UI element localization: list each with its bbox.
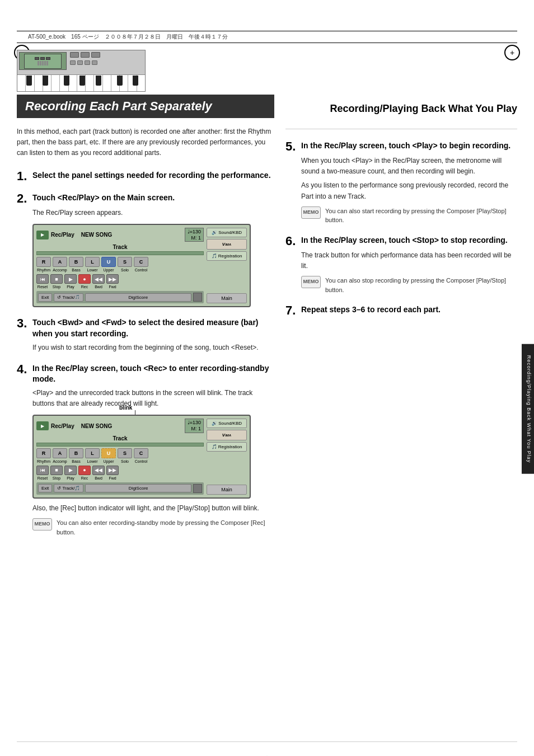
page: AT-500_e.book 165 ページ ２００８年７月２８日 月曜日 午後４… <box>0 31 534 756</box>
step-3-body: If you wish to start recording from the … <box>32 342 274 353</box>
right-column: Recording/Playing Back What You Play 5. … <box>285 95 517 547</box>
side-tab: Recording/Playing Back What You Play <box>522 344 534 474</box>
memo-2-icon: MEMO <box>301 276 321 288</box>
step-1-number: 1. <box>17 170 28 182</box>
step-2-header: 2. Touch <Rec/Play> on the Main screen. <box>17 192 274 205</box>
step-5-header: 5. In the Rec/Play screen, touch <Play> … <box>285 140 517 153</box>
step-2-title: Touch <Rec/Play> on the Main screen. <box>32 192 175 204</box>
screen2-song-name: NEW SONG <box>81 423 113 429</box>
step-2-body: The Rec/Play screen appears. <box>32 208 274 218</box>
memo-2-text: You can also stop recording by pressing … <box>325 276 517 294</box>
step-6-number: 6. <box>285 235 297 247</box>
step-7-title: Repeat steps 3–6 to record each part. <box>301 304 441 316</box>
step-1: 1. Select the panel settings needed for … <box>17 170 274 182</box>
screen2-rec-label: Rec/Play <box>51 423 74 429</box>
memo-1: MEMO You can also start recording by pre… <box>301 206 517 225</box>
step-3-title: Touch <Bwd> and <Fwd> to select the desi… <box>32 317 274 339</box>
memo-2: MEMO You can also stop recording by pres… <box>301 276 517 294</box>
step-6-header: 6. In the Rec/Play screen, touch <Stop> … <box>285 235 517 247</box>
step-4-title: In the Rec/Play screen, touch <Rec> to e… <box>32 363 274 385</box>
header-text: AT-500_e.book 165 ページ ２００８年７月２８日 月曜日 午後４… <box>28 34 228 40</box>
intro-text: In this method, each part (track button)… <box>17 126 274 159</box>
memo-3-text: You can also enter recording-standby mod… <box>57 518 274 537</box>
step-3-number: 3. <box>17 317 28 330</box>
screen-mockup-2-wrapper: blink ▶ Rec/Pl <box>32 415 274 499</box>
step-7-number: 7. <box>285 304 297 317</box>
screen1-song-name: NEW SONG <box>81 232 113 238</box>
memo-1-icon: MEMO <box>301 206 321 219</box>
page-title: Recording/Playing Back What You Play <box>285 95 517 129</box>
header-bar: AT-500_e.book 165 ページ ２００８年７月２８日 月曜日 午後４… <box>17 31 517 43</box>
step-4-body2: Also, the [Rec] button indicator will li… <box>32 503 274 514</box>
step-6: 6. In the Rec/Play screen, touch <Stop> … <box>285 235 517 294</box>
step-4-number: 4. <box>17 363 28 375</box>
memo-3-icon: MEMO <box>32 518 52 530</box>
blink-annotation: blink <box>119 405 132 411</box>
step-6-body: The track button for which performance d… <box>301 250 517 271</box>
step-4: 4. In the Rec/Play screen, touch <Rec> t… <box>17 363 274 537</box>
content-area: Recording Each Part Separately In this m… <box>0 95 534 547</box>
step-3: 3. Touch <Bwd> and <Fwd> to select the d… <box>17 317 274 353</box>
step-2-number: 2. <box>17 192 28 205</box>
step-5-title: In the Rec/Play screen, touch <Play> to … <box>301 140 510 152</box>
section-title: Recording Each Part Separately <box>17 95 274 118</box>
step-1-title: Select the panel settings needed for rec… <box>32 170 271 181</box>
step-7: 7. Repeat steps 3–6 to record each part. <box>285 304 517 317</box>
step-3-header: 3. Touch <Bwd> and <Fwd> to select the d… <box>17 317 274 339</box>
step-4-body1: <Play> and the unrecorded track buttons … <box>32 388 274 409</box>
bottom-cross <box>261 753 273 756</box>
step-4-header: 4. In the Rec/Play screen, touch <Rec> t… <box>17 363 274 385</box>
step-5-body1: When you touch <Play> in the Rec/Play sc… <box>301 156 517 177</box>
step-7-header: 7. Repeat steps 3–6 to record each part. <box>285 304 517 317</box>
step-6-title: In the Rec/Play screen, touch <Stop> to … <box>301 235 508 246</box>
bottom-divider <box>17 741 517 742</box>
step-5-body2: As you listen to the performance song pr… <box>301 180 517 201</box>
screen-mockup-1-wrapper: ▶ Rec/Play NEW SONG ♩=130 M: 1 <box>17 224 274 308</box>
step-5-number: 5. <box>285 140 297 153</box>
screen-mockup-2: ▶ Rec/Play NEW SONG ♩=130 M: 1 <box>32 415 251 499</box>
step-1-header: 1. Select the panel settings needed for … <box>17 170 274 182</box>
screen-mockup-1: ▶ Rec/Play NEW SONG ♩=130 M: 1 <box>32 224 251 308</box>
keyboard-image <box>17 50 146 92</box>
corner-tr <box>504 45 520 60</box>
step-2: 2. Touch <Rec/Play> on the Main screen. … <box>17 192 274 308</box>
step-5: 5. In the Rec/Play screen, touch <Play> … <box>285 140 517 225</box>
memo-1-text: You can also start recording by pressing… <box>325 206 517 225</box>
memo-3: MEMO You can also enter recording-standb… <box>32 518 274 537</box>
screen1-rec-label: Rec/Play <box>51 232 74 238</box>
left-column: Recording Each Part Separately In this m… <box>17 95 274 547</box>
